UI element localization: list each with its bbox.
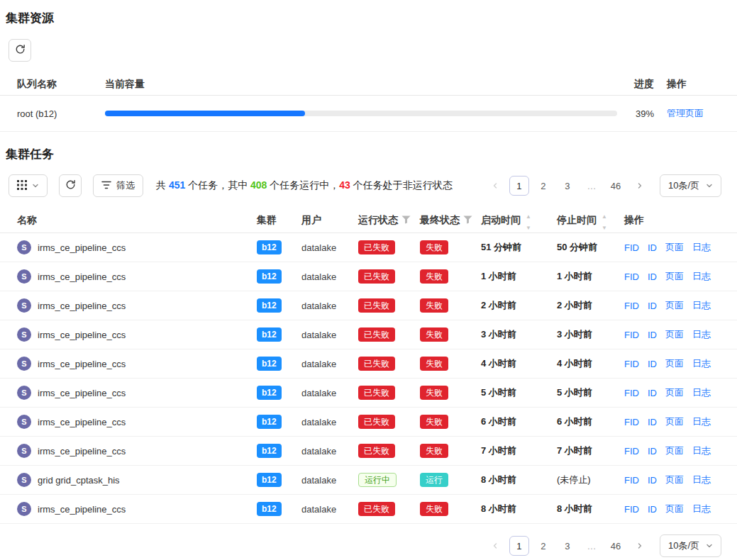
page-link[interactable]: 页面 (665, 474, 684, 486)
resources-refresh-button[interactable] (9, 39, 31, 62)
final-status-tag: 失败 (420, 357, 448, 371)
pagination-prev-button[interactable] (485, 176, 505, 196)
pagination-ellipsis[interactable]: … (582, 176, 602, 196)
page-link[interactable]: 页面 (665, 328, 684, 341)
id-link[interactable]: ID (648, 330, 657, 340)
id-link[interactable]: ID (648, 475, 657, 486)
spark-avatar: S (17, 502, 31, 516)
tasks-toolbar: 筛选 共 451 个任务，其中 408 个任务运行中，43 个任务处于非运行状态… (9, 174, 721, 197)
fid-link[interactable]: FID (624, 359, 639, 369)
fid-link[interactable]: FID (624, 446, 639, 457)
task-user: datalake (301, 388, 358, 398)
log-link[interactable]: 日志 (692, 299, 711, 312)
start-time: 8 小时前 (481, 503, 557, 515)
task-name: irms_ce_pipeline_ccs (38, 271, 126, 282)
pagination-page-1[interactable]: 1 (509, 176, 529, 196)
page-link[interactable]: 页面 (665, 503, 684, 515)
fid-link[interactable]: FID (624, 417, 639, 427)
log-link[interactable]: 日志 (692, 386, 711, 399)
task-user: datalake (301, 504, 358, 515)
cluster-tag: b12 (257, 444, 282, 458)
resources-table-header: 队列名称 当前容量 进度 操作 (0, 73, 737, 96)
pagination-page-2[interactable]: 2 (533, 536, 553, 556)
page-link[interactable]: 页面 (665, 357, 684, 370)
spark-avatar: S (17, 327, 31, 342)
col-start-time[interactable]: 启动时间 (481, 209, 557, 232)
fid-link[interactable]: FID (624, 242, 639, 253)
chevron-down-icon (706, 541, 713, 551)
column-settings-button[interactable] (9, 174, 48, 197)
start-time: 51 分钟前 (481, 241, 557, 254)
pagination-page-3[interactable]: 3 (558, 176, 577, 196)
table-row: Sirms_ce_pipeline_ccs b12 datalake 已失败 失… (0, 349, 737, 379)
spark-avatar: S (17, 415, 31, 429)
log-link[interactable]: 日志 (692, 241, 711, 254)
stop-time: 2 小时前 (557, 299, 624, 312)
spark-avatar: S (17, 386, 31, 400)
fid-link[interactable]: FID (624, 271, 639, 282)
stop-time: 8 小时前 (557, 503, 624, 515)
filter-funnel-icon[interactable] (401, 215, 411, 226)
id-link[interactable]: ID (648, 242, 657, 253)
fid-link[interactable]: FID (624, 504, 639, 515)
pagination-page-2[interactable]: 2 (533, 176, 553, 196)
tasks-section-title: 集群任务 (6, 146, 737, 162)
start-time: 1 小时前 (481, 270, 557, 283)
pagination-page-1[interactable]: 1 (509, 536, 529, 556)
sort-icon[interactable] (526, 209, 531, 232)
page-link[interactable]: 页面 (665, 415, 684, 428)
page-link[interactable]: 页面 (665, 241, 684, 254)
col-stop-time[interactable]: 停止时间 (557, 209, 624, 232)
pagination-page-3[interactable]: 3 (558, 536, 577, 556)
id-link[interactable]: ID (648, 359, 657, 369)
fid-link[interactable]: FID (624, 301, 639, 311)
page-size-select[interactable]: 10条/页 (660, 174, 721, 197)
id-link[interactable]: ID (648, 504, 657, 515)
final-status-tag: 失败 (420, 386, 448, 400)
start-time: 6 小时前 (481, 415, 557, 428)
col-run-status[interactable]: 运行状态 (358, 214, 420, 227)
page-link[interactable]: 页面 (665, 386, 684, 399)
log-link[interactable]: 日志 (692, 357, 711, 370)
cluster-tag: b12 (257, 357, 282, 371)
fid-link[interactable]: FID (624, 475, 639, 486)
log-link[interactable]: 日志 (692, 474, 711, 486)
filter-button-label: 筛选 (116, 179, 135, 192)
page-link[interactable]: 页面 (665, 270, 684, 283)
filter-button[interactable]: 筛选 (93, 174, 143, 197)
id-link[interactable]: ID (648, 417, 657, 427)
pagination-page-last[interactable]: 46 (606, 176, 626, 196)
page-size-select[interactable]: 10条/页 (660, 534, 721, 557)
pagination-next-button[interactable] (630, 176, 650, 196)
log-link[interactable]: 日志 (692, 328, 711, 341)
pagination-next-button[interactable] (630, 536, 650, 556)
fid-link[interactable]: FID (624, 388, 639, 398)
refresh-icon (65, 179, 76, 192)
id-link[interactable]: ID (648, 271, 657, 282)
log-link[interactable]: 日志 (692, 415, 711, 428)
filter-funnel-icon[interactable] (463, 215, 472, 226)
log-link[interactable]: 日志 (692, 503, 711, 515)
task-user: datalake (301, 446, 358, 457)
pagination-prev-button[interactable] (485, 536, 505, 556)
fid-link[interactable]: FID (624, 330, 639, 340)
tasks-refresh-button[interactable] (59, 174, 82, 197)
stop-time: (未停止) (557, 474, 624, 486)
col-operation: 操作 (654, 78, 720, 91)
log-link[interactable]: 日志 (692, 444, 711, 457)
manage-page-link[interactable]: 管理页面 (667, 108, 704, 118)
pagination-ellipsis[interactable]: … (582, 536, 602, 556)
task-user: datalake (301, 475, 358, 486)
id-link[interactable]: ID (648, 446, 657, 457)
sort-icon[interactable] (602, 209, 607, 232)
task-user: datalake (301, 330, 358, 340)
pagination-page-last[interactable]: 46 (606, 536, 626, 556)
page-link[interactable]: 页面 (665, 299, 684, 312)
id-link[interactable]: ID (648, 301, 657, 311)
id-link[interactable]: ID (648, 388, 657, 398)
stop-time: 5 小时前 (557, 386, 624, 399)
log-link[interactable]: 日志 (692, 270, 711, 283)
col-final-status[interactable]: 最终状态 (420, 214, 481, 227)
refresh-icon (15, 44, 26, 57)
page-link[interactable]: 页面 (665, 444, 684, 457)
